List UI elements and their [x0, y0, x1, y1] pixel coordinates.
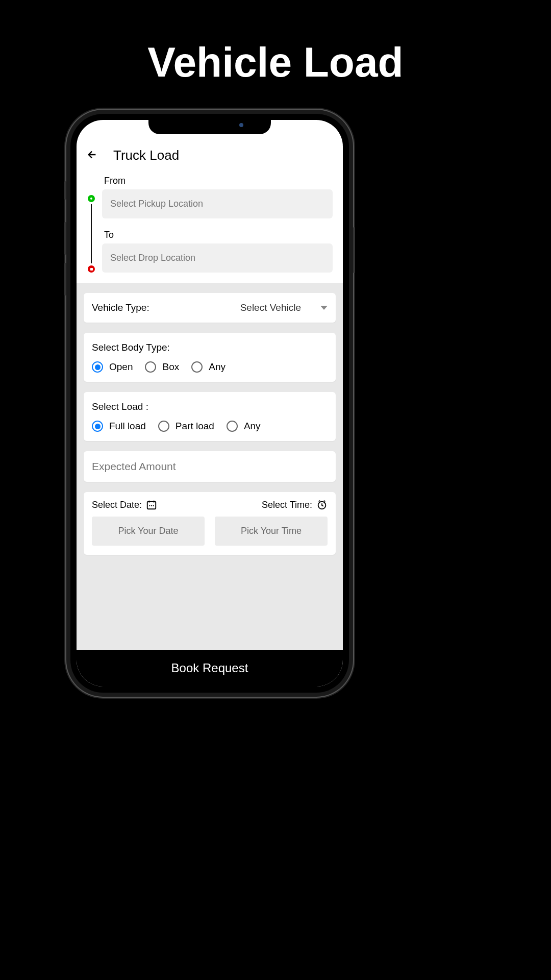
body-type-label: Select Body Type: [92, 342, 328, 353]
svg-point-3 [153, 505, 154, 506]
from-label: From [102, 176, 333, 186]
pick-date-button[interactable]: Pick Your Date [92, 517, 205, 546]
screen-title: Truck Load [113, 148, 179, 163]
radio-icon [158, 421, 169, 432]
page-title: Vehicle Load [0, 0, 551, 86]
load-option-full[interactable]: Full load [92, 421, 146, 432]
form-area: Vehicle Type: Select Vehicle Select Body… [77, 283, 343, 650]
svg-point-2 [151, 505, 152, 506]
radio-label: Box [162, 361, 179, 373]
load-card: Select Load : Full load Part load [84, 392, 336, 441]
phone-frame: Truck Load From To [66, 110, 353, 697]
location-section: From To [77, 173, 343, 283]
select-time-label: Select Time: [262, 499, 328, 510]
body-type-card: Select Body Type: Open Box [84, 333, 336, 382]
radio-label: Open [109, 361, 133, 373]
radio-icon [92, 421, 103, 432]
radio-label: Full load [109, 421, 146, 432]
datetime-card: Select Date: Select Time: Pick Your Date… [84, 492, 336, 555]
pick-time-button[interactable]: Pick Your Time [215, 517, 328, 546]
radio-icon [145, 361, 156, 373]
pickup-marker-icon [88, 195, 95, 202]
body-type-option-box[interactable]: Box [145, 361, 179, 373]
radio-label: Any [209, 361, 226, 373]
chevron-down-icon [320, 306, 328, 310]
book-request-button[interactable]: Book Request [77, 650, 343, 687]
phone-side-button [353, 227, 355, 273]
app-screen: Truck Load From To [77, 120, 343, 687]
back-icon[interactable] [87, 149, 98, 163]
body-type-option-open[interactable]: Open [92, 361, 133, 373]
radio-label: Part load [176, 421, 214, 432]
vehicle-type-card[interactable]: Vehicle Type: Select Vehicle [84, 293, 336, 323]
select-date-label: Select Date: [92, 499, 157, 510]
radio-icon [92, 361, 103, 373]
drop-location-input[interactable] [102, 243, 333, 273]
radio-label: Any [244, 421, 261, 432]
drop-marker-icon [88, 265, 95, 273]
load-label: Select Load : [92, 401, 328, 412]
radio-icon [191, 361, 203, 373]
vehicle-type-label: Vehicle Type: [92, 302, 149, 313]
phone-side-button [64, 181, 66, 200]
pickup-location-input[interactable] [102, 189, 333, 218]
calendar-icon [146, 499, 157, 510]
phone-side-button [64, 263, 66, 296]
load-option-any[interactable]: Any [227, 421, 261, 432]
vehicle-type-value: Select Vehicle [240, 302, 301, 313]
vehicle-type-select[interactable]: Select Vehicle [240, 302, 328, 313]
clock-icon [316, 499, 328, 510]
to-label: To [102, 230, 333, 240]
expected-amount-card[interactable] [84, 451, 336, 482]
body-type-option-any[interactable]: Any [191, 361, 226, 373]
phone-side-button [64, 222, 66, 255]
svg-point-1 [149, 505, 150, 506]
load-option-part[interactable]: Part load [158, 421, 214, 432]
route-line [87, 173, 96, 273]
expected-amount-input[interactable] [92, 460, 328, 473]
phone-notch [148, 114, 271, 134]
radio-icon [227, 421, 238, 432]
